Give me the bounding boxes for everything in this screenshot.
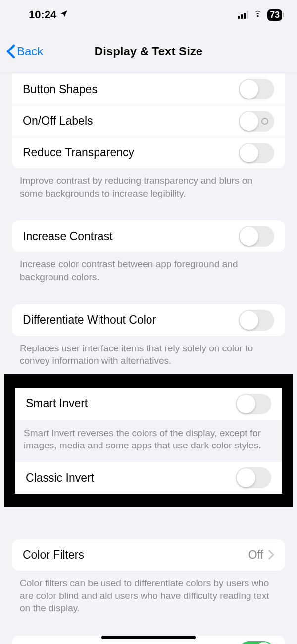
nav-bar: Back Display & Text Size xyxy=(0,30,297,73)
location-icon xyxy=(59,8,68,21)
row-label: On/Off Labels xyxy=(23,114,239,128)
toggle-button-shapes[interactable] xyxy=(239,79,274,99)
row-label: Increase Contrast xyxy=(23,230,239,243)
toggle-differentiate-wo-color[interactable] xyxy=(239,310,274,331)
footer-differentiate: Replaces user interface items that rely … xyxy=(0,336,297,367)
row-label: Differentiate Without Color xyxy=(23,313,239,327)
settings-group-differentiate: Differentiate Without Color xyxy=(12,304,285,336)
row-reduce-transparency[interactable]: Reduce Transparency xyxy=(12,137,285,168)
status-right: 73 xyxy=(238,8,282,22)
footer-classic-invert-obscured xyxy=(0,505,297,516)
chevron-left-icon xyxy=(6,44,16,59)
highlight-callout: Smart Invert Smart Invert reverses the c… xyxy=(4,374,293,507)
row-label: Color Filters xyxy=(23,548,248,562)
row-label: Classic Invert xyxy=(26,471,236,485)
row-classic-invert[interactable]: Classic Invert xyxy=(15,462,282,494)
wifi-icon xyxy=(252,8,263,22)
toggle-increase-contrast[interactable] xyxy=(239,226,274,247)
toggle-onoff-labels[interactable] xyxy=(239,111,274,132)
row-smart-invert[interactable]: Smart Invert xyxy=(15,388,282,420)
page-title: Display & Text Size xyxy=(0,45,297,58)
toggle-reduce-white-point[interactable] xyxy=(239,641,274,644)
row-label: Button Shapes xyxy=(23,83,239,96)
row-increase-contrast[interactable]: Increase Contrast xyxy=(12,220,285,252)
row-value: Off xyxy=(248,548,263,562)
status-time: 10:24 xyxy=(29,8,56,21)
battery-indicator: 73 xyxy=(267,9,282,21)
cellular-signal-icon xyxy=(238,11,248,19)
back-label: Back xyxy=(17,45,43,58)
settings-group-classic-invert: Classic Invert xyxy=(15,462,282,494)
toggle-classic-invert[interactable] xyxy=(236,467,271,488)
row-label: Smart Invert xyxy=(26,397,236,410)
footer-smart-invert: Smart Invert reverses the colors of the … xyxy=(15,420,282,462)
footer-reduce-transparency: Improve contrast by reducing transparenc… xyxy=(0,168,297,199)
footer-color-filters: Color filters can be used to differentia… xyxy=(0,571,297,615)
status-left: 10:24 xyxy=(29,8,68,21)
toggle-smart-invert[interactable] xyxy=(236,394,271,414)
row-button-shapes[interactable]: Button Shapes xyxy=(12,73,285,105)
row-label: Reduce Transparency xyxy=(23,146,239,159)
footer-increase-contrast: Increase color contrast between app fore… xyxy=(0,252,297,283)
row-color-filters[interactable]: Color Filters Off xyxy=(12,539,285,571)
settings-group-display: Button Shapes On/Off Labels Reduce Trans… xyxy=(12,73,285,168)
settings-group-color-filters: Color Filters Off xyxy=(12,539,285,571)
back-button[interactable]: Back xyxy=(0,44,43,59)
status-bar: 10:24 73 xyxy=(0,0,297,30)
off-indicator-icon xyxy=(261,118,268,125)
settings-group-contrast: Increase Contrast xyxy=(12,220,285,252)
toggle-reduce-transparency[interactable] xyxy=(239,143,274,163)
chevron-right-icon xyxy=(268,550,274,560)
row-differentiate-wo-color[interactable]: Differentiate Without Color xyxy=(12,304,285,336)
row-onoff-labels[interactable]: On/Off Labels xyxy=(12,105,285,137)
battery-percent: 73 xyxy=(270,10,280,20)
home-indicator[interactable] xyxy=(101,636,196,639)
settings-group-smart-invert: Smart Invert xyxy=(15,388,282,420)
